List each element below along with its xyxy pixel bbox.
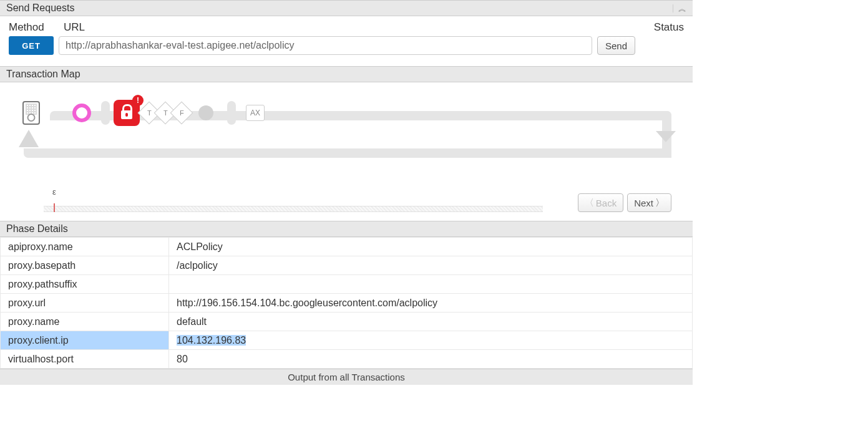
table-row[interactable]: proxy.basepath/aclpolicy: [1, 256, 693, 275]
output-footer[interactable]: Output from all Transactions: [0, 369, 693, 385]
transaction-map-title: Transaction Map: [6, 69, 80, 80]
chevron-left-icon: 〈: [585, 197, 594, 209]
phase-details-title: Phase Details: [6, 223, 68, 235]
error-badge-icon: !: [132, 95, 144, 106]
send-requests-title: Send Requests: [6, 2, 74, 14]
flow-divider-icon: [227, 101, 236, 125]
collapse-icon[interactable]: ︽: [673, 4, 686, 12]
timeline-epsilon-label: ε: [52, 187, 56, 196]
flow-arrow-down-icon: [656, 131, 676, 142]
next-button[interactable]: Next 〉: [627, 193, 671, 212]
flow-arrow-up-icon: [19, 130, 39, 147]
client-device-icon[interactable]: [22, 101, 40, 125]
phase-value: 104.132.196.83: [169, 331, 693, 350]
condition-node[interactable]: F: [170, 102, 193, 125]
phase-value: 80: [169, 350, 693, 369]
table-row[interactable]: proxy.urlhttp://196.156.154.104.bc.googl…: [1, 294, 693, 313]
phase-value: [169, 275, 693, 294]
phase-key: proxy.pathsuffix: [1, 275, 169, 294]
phase-details-table: apiproxy.nameACLPolicyproxy.basepath/acl…: [0, 237, 693, 369]
phase-key: proxy.url: [1, 294, 169, 313]
url-input[interactable]: [59, 36, 592, 55]
flow-divider-icon: [101, 101, 110, 125]
back-button[interactable]: 〈 Back: [578, 193, 623, 212]
url-label: URL: [64, 21, 597, 34]
phase-key: proxy.client.ip: [1, 331, 169, 350]
table-row[interactable]: proxy.namedefault: [1, 313, 693, 331]
phase-details-header: Phase Details: [0, 221, 693, 237]
chevron-right-icon: 〉: [655, 197, 665, 209]
phase-key: virtualhost.port: [1, 350, 169, 369]
analytics-node[interactable]: AX: [246, 105, 265, 121]
request-start-node[interactable]: [72, 104, 91, 122]
transaction-map-header: Transaction Map: [0, 66, 693, 82]
phase-key: proxy.name: [1, 313, 169, 331]
table-row[interactable]: apiproxy.nameACLPolicy: [1, 238, 693, 256]
send-button[interactable]: Send: [597, 36, 635, 55]
lock-icon: [121, 110, 132, 119]
flow-step-node[interactable]: [198, 105, 213, 120]
phase-value: default: [169, 313, 693, 331]
method-button[interactable]: GET: [9, 36, 54, 55]
status-label: Status: [646, 21, 684, 34]
send-requests-body: Method URL Status GET Send: [0, 16, 693, 66]
timeline-marker: [54, 203, 55, 212]
phase-key: apiproxy.name: [1, 238, 169, 256]
phase-value: ACLPolicy: [169, 238, 693, 256]
table-row[interactable]: virtualhost.port80: [1, 350, 693, 369]
phase-value: http://196.156.154.104.bc.googleusercont…: [169, 294, 693, 313]
timeline[interactable]: ε: [44, 196, 543, 212]
transaction-map-body: ! T T F AX ε 〈 Back: [0, 82, 693, 221]
method-label: Method: [9, 21, 57, 34]
phase-key: proxy.basepath: [1, 256, 169, 275]
phase-value: /aclpolicy: [169, 256, 693, 275]
table-row[interactable]: proxy.pathsuffix: [1, 275, 693, 294]
send-requests-header: Send Requests ︽: [0, 0, 693, 16]
table-row[interactable]: proxy.client.ip104.132.196.83: [1, 331, 693, 350]
